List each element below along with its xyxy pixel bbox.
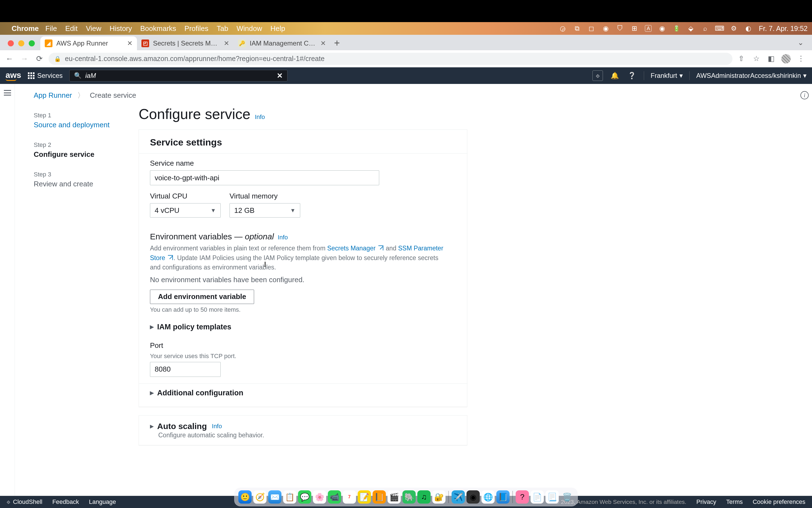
menubar-keyboard-icon[interactable]: ⌨ — [716, 25, 723, 32]
menubar-battery-icon[interactable]: 🔋 — [673, 25, 680, 32]
menu-view[interactable]: View — [86, 24, 102, 33]
menubar-app2-icon[interactable]: ⊞ — [631, 25, 638, 32]
dock-trash-icon[interactable]: 🗑️ — [560, 490, 574, 504]
macos-dock: 🙂 🧭 ✉️ 📋 💬 🌸 📹 7 📝 📙 🎬 🐘 ♫ 🔐 ✈️ ◉ 🌐 📘 ? … — [234, 488, 578, 506]
window-maximize-button[interactable] — [29, 40, 35, 46]
menu-history[interactable]: History — [110, 24, 132, 33]
menu-tab[interactable]: Tab — [217, 24, 229, 33]
dock-obs-icon[interactable]: ◉ — [466, 490, 480, 504]
additional-config-expander[interactable]: ▶ Additional configuration — [150, 384, 456, 398]
nav-forward-button[interactable]: → — [19, 53, 30, 64]
sidebar-toggle-button[interactable] — [4, 90, 11, 95]
dock-calendar-icon[interactable]: 7 — [343, 490, 356, 504]
vcpu-select[interactable]: 4 vCPU ▼ — [150, 203, 221, 218]
tab-close-button[interactable]: ✕ — [320, 40, 326, 47]
vcpu-value: 4 vCPU — [155, 206, 179, 215]
bookmark-button[interactable]: ☆ — [751, 54, 761, 64]
menubar-datetime[interactable]: Fr. 7. Apr. 19:52 — [759, 25, 808, 33]
window-minimize-button[interactable] — [18, 40, 24, 46]
tab-list-dropdown[interactable]: ⌄ — [798, 38, 812, 50]
menubar-search-icon[interactable]: ⌕ — [701, 25, 709, 32]
browser-tab-2[interactable]: ◰ Secrets | Secrets Manager ✕ — [137, 36, 234, 50]
menubar-siri-icon[interactable]: ◐ — [744, 25, 752, 32]
menu-file[interactable]: File — [45, 24, 57, 33]
search-clear-button[interactable]: ✕ — [277, 72, 283, 80]
browser-tab-1[interactable]: ◢ AWS App Runner ✕ — [40, 36, 137, 50]
heading-info-link[interactable]: Info — [255, 114, 265, 121]
chevron-down-icon: ▾ — [680, 72, 683, 80]
profile-avatar[interactable] — [781, 54, 791, 64]
macos-dock-area: 🙂 🧭 ✉️ 📋 💬 🌸 📹 7 📝 📙 🎬 🐘 ♫ 🔐 ✈️ ◉ 🌐 📘 ? … — [0, 486, 812, 508]
window-close-button[interactable] — [8, 40, 14, 46]
menubar-shield-icon[interactable]: ⛉ — [616, 25, 624, 32]
secrets-manager-link[interactable]: Secrets Manager — [327, 245, 384, 252]
help-panel-toggle[interactable]: i — [800, 91, 809, 99]
dock-clapper-icon[interactable]: 🎬 — [388, 490, 401, 504]
region-selector[interactable]: Frankfurt ▾ — [651, 72, 683, 80]
dock-telegram-icon[interactable]: ✈️ — [452, 490, 465, 504]
auto-scaling-title: Auto scaling — [157, 422, 207, 431]
nav-back-button[interactable]: ← — [4, 53, 15, 64]
env-info-link[interactable]: Info — [278, 234, 288, 241]
dock-safari-icon[interactable]: 🧭 — [253, 490, 267, 504]
menubar-wifi-icon[interactable]: ⬙ — [687, 25, 695, 32]
dock-doc-icon[interactable]: 📃 — [545, 490, 559, 504]
dock-spotify-icon[interactable]: ♫ — [417, 490, 431, 504]
menubar-app-name[interactable]: Chrome — [12, 24, 39, 33]
dock-photos-icon[interactable]: 🌸 — [313, 490, 326, 504]
port-input[interactable] — [150, 362, 221, 377]
auto-scaling-expander[interactable]: ▶ Auto scaling Info — [150, 422, 456, 431]
nav-reload-button[interactable]: ⟳ — [34, 53, 45, 64]
aws-logo[interactable]: aws — [5, 71, 21, 81]
dock-app-icon[interactable]: 📘 — [496, 490, 510, 504]
dock-evernote-icon[interactable]: 🐘 — [402, 490, 416, 504]
dock-textedit-icon[interactable]: 📄 — [531, 490, 544, 504]
address-bar[interactable]: 🔒 eu-central-1.console.aws.amazon.com/ap… — [49, 53, 732, 65]
aws-search-box[interactable]: 🔍 ✕ — [69, 70, 287, 81]
auto-scaling-info-link[interactable]: Info — [212, 423, 222, 430]
dock-notes-icon[interactable]: 📝 — [358, 490, 371, 504]
dock-chrome-icon[interactable]: 🌐 — [481, 490, 495, 504]
wizard-step-2[interactable]: Step 2 Configure service — [34, 141, 119, 159]
share-button[interactable]: ⇧ — [736, 54, 746, 64]
dock-messages-icon[interactable]: 💬 — [298, 490, 311, 504]
menubar-app-icon[interactable]: ◻ — [587, 25, 595, 32]
menubar-control-center-icon[interactable]: ⚙ — [730, 25, 738, 32]
menubar-dropbox-icon[interactable]: ⧉ — [573, 25, 581, 32]
breadcrumb-root-link[interactable]: App Runner — [34, 91, 72, 99]
dock-help-icon[interactable]: ? — [516, 490, 529, 504]
cloudshell-icon[interactable]: ⟐ — [593, 71, 603, 81]
browser-tab-3[interactable]: 🔑 IAM Management Console ✕ — [234, 36, 330, 50]
wizard-step-1[interactable]: Step 1 Source and deployment — [34, 112, 119, 129]
menubar-record-icon[interactable]: ◉ — [658, 25, 666, 32]
menubar-camera-icon[interactable]: ◉ — [602, 25, 610, 32]
breadcrumb: App Runner 〉 Create service — [34, 91, 793, 100]
service-name-input[interactable] — [150, 170, 379, 185]
aws-search-input[interactable] — [85, 72, 273, 80]
dock-1password-icon[interactable]: 🔐 — [432, 490, 446, 504]
dock-facetime-icon[interactable]: 📹 — [328, 490, 341, 504]
menu-profiles[interactable]: Profiles — [185, 24, 208, 33]
menu-help[interactable]: Help — [271, 24, 285, 33]
chrome-menu-button[interactable]: ⋮ — [796, 54, 806, 64]
menu-window[interactable]: Window — [236, 24, 262, 33]
menu-edit[interactable]: Edit — [65, 24, 78, 33]
vmem-select[interactable]: 12 GB ▼ — [230, 203, 300, 218]
dock-reminders-icon[interactable]: 📋 — [283, 490, 296, 504]
tab-close-button[interactable]: ✕ — [224, 40, 229, 47]
menubar-a-icon[interactable]: A — [645, 25, 652, 32]
help-icon[interactable]: ❔ — [627, 71, 637, 81]
dock-mail-icon[interactable]: ✉️ — [268, 490, 281, 504]
iam-policy-templates-expander[interactable]: ▶ IAM policy templates — [150, 318, 456, 336]
new-tab-button[interactable]: + — [330, 36, 343, 50]
notifications-icon[interactable]: 🔔 — [610, 71, 620, 81]
tab-close-button[interactable]: ✕ — [127, 40, 132, 47]
menubar-loom-icon[interactable]: ◶ — [559, 25, 566, 32]
add-env-variable-button[interactable]: Add environment variable — [150, 290, 254, 304]
services-menu-button[interactable]: Services — [28, 72, 63, 80]
menu-bookmarks[interactable]: Bookmarks — [140, 24, 176, 33]
sidepanel-button[interactable]: ◧ — [766, 54, 776, 64]
dock-books-icon[interactable]: 📙 — [373, 490, 386, 504]
account-menu[interactable]: AWSAdministratorAccess/kshirinkin ▾ — [696, 72, 807, 80]
dock-finder-icon[interactable]: 🙂 — [238, 490, 252, 504]
